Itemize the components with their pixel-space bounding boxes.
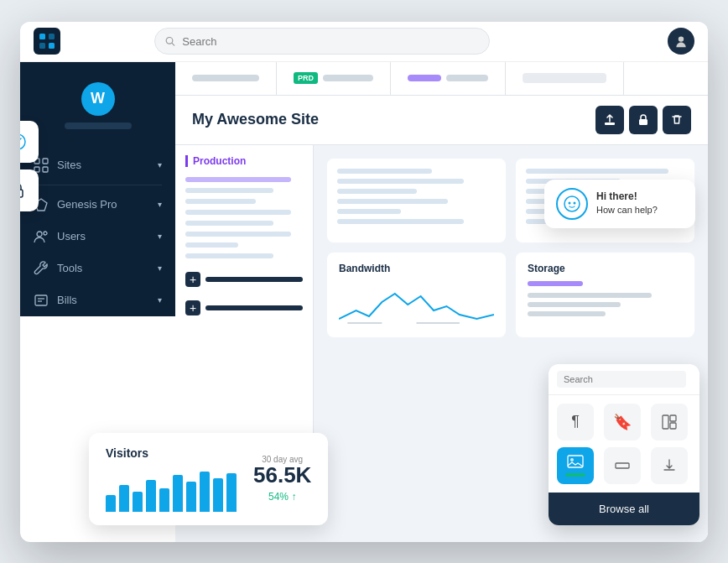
- svg-point-6: [679, 36, 684, 41]
- tab-1[interactable]: [175, 62, 277, 95]
- user-avatar[interactable]: [668, 28, 694, 55]
- quick-icon-speedometer[interactable]: [20, 121, 39, 163]
- content-block-1: [327, 159, 506, 242]
- environment-label: Production: [185, 155, 303, 167]
- bandwidth-title: Bandwidth: [339, 263, 494, 274]
- add-icon-2: +: [185, 300, 200, 315]
- site-title: My Awesome Site: [192, 111, 590, 128]
- users-icon: [34, 229, 49, 244]
- sidebar-item-sites-label: Sites: [57, 159, 81, 171]
- search-bar[interactable]: [154, 28, 490, 55]
- chatbot-bubble[interactable]: Hi there! How can help?: [544, 180, 695, 228]
- add-item-1[interactable]: +: [185, 272, 303, 287]
- content-line: [337, 179, 464, 184]
- svg-rect-34: [616, 463, 629, 468]
- search-input[interactable]: [182, 35, 479, 48]
- svg-rect-9: [20, 190, 23, 197]
- tab-prd-label: [323, 75, 373, 81]
- tab-4-label: [523, 73, 606, 83]
- delete-button[interactable]: [663, 106, 691, 134]
- svg-rect-31: [670, 423, 676, 429]
- bandwidth-widget: Bandwidth: [327, 253, 506, 337]
- chevron-down-icon: ▾: [158, 160, 162, 169]
- plugin-search-input[interactable]: [557, 371, 686, 388]
- plugin-icon-import[interactable]: [651, 447, 688, 484]
- chevron-down-icon-2: ▾: [158, 200, 162, 209]
- bills-icon: [34, 293, 49, 308]
- sidebar-item-bills[interactable]: Bills ▾: [20, 284, 175, 316]
- svg-point-15: [37, 232, 42, 237]
- browse-all-button[interactable]: Browse all: [549, 493, 699, 525]
- sidebar-item-genesis[interactable]: Genesis Pro ▾: [20, 189, 175, 221]
- add-line-1: [205, 277, 303, 282]
- svg-rect-20: [605, 123, 615, 125]
- sidebar-avatar: W: [81, 82, 115, 116]
- quick-icon-lock[interactable]: [20, 169, 39, 211]
- avg-value: 56.5K: [253, 464, 311, 486]
- plugin-icon-paragraph[interactable]: ¶: [557, 404, 594, 440]
- plugin-icon-bookmark[interactable]: 🔖: [604, 404, 641, 440]
- svg-rect-2: [39, 43, 45, 49]
- panel-line-3: [185, 199, 256, 204]
- storage-widget: Storage: [516, 253, 694, 337]
- lock-button[interactable]: [629, 106, 658, 134]
- svg-point-7: [20, 134, 25, 149]
- bar-4: [146, 480, 156, 512]
- tab-prd[interactable]: PRD: [277, 62, 391, 95]
- prd-pill: PRD: [294, 72, 318, 84]
- bar-9: [213, 478, 223, 512]
- visitors-card: Visitors 30 day avg 56.5K 54% ↑: [89, 433, 328, 525]
- visitors-right: 30 day avg 56.5K 54% ↑: [253, 455, 311, 503]
- bandwidth-chart: [339, 281, 494, 327]
- tab-4[interactable]: [506, 62, 624, 95]
- sidebar-item-sites[interactable]: Sites ▾: [20, 149, 175, 181]
- plugin-popup: ¶ 🔖: [549, 364, 699, 525]
- plugin-icon-layout[interactable]: [651, 404, 688, 440]
- svg-point-16: [44, 232, 47, 235]
- panel-line-1: [185, 177, 291, 182]
- panel-line-5: [185, 221, 273, 226]
- tab-bar: PRD: [175, 62, 708, 96]
- svg-rect-13: [43, 167, 48, 172]
- nav-separator: [34, 185, 162, 185]
- svg-rect-30: [670, 415, 676, 421]
- storage-line: [528, 293, 652, 298]
- bar-6: [173, 475, 183, 512]
- tab-3[interactable]: [391, 62, 506, 95]
- plugin-search: [549, 364, 699, 395]
- svg-rect-17: [35, 295, 47, 305]
- svg-rect-29: [663, 415, 668, 429]
- visitors-label: Visitors: [106, 446, 237, 460]
- sidebar-item-users[interactable]: Users ▾: [20, 221, 175, 253]
- chevron-down-icon-5: ▾: [158, 295, 162, 305]
- tab-1-label: [192, 75, 259, 81]
- add-line-2: [205, 305, 303, 310]
- svg-rect-11: [43, 159, 48, 164]
- bar-chart: [106, 470, 237, 512]
- content-line: [337, 169, 432, 174]
- panel-line-7: [185, 242, 238, 248]
- add-item-2[interactable]: +: [185, 300, 303, 315]
- svg-rect-3: [49, 43, 55, 49]
- upload-button[interactable]: [595, 106, 624, 134]
- sidebar-item-tools[interactable]: Tools ▾: [20, 253, 175, 284]
- bar-3: [133, 492, 143, 512]
- add-icon-1: +: [185, 272, 200, 287]
- plugin-icons-grid: ¶ 🔖: [549, 395, 699, 493]
- change-arrow: ↑: [291, 491, 296, 503]
- tools-icon: [34, 261, 49, 276]
- tab-3-label-1: [408, 75, 441, 81]
- svg-point-26: [574, 201, 576, 204]
- tab-3-label-2: [446, 75, 488, 81]
- chevron-down-icon-4: ▾: [158, 263, 162, 273]
- bar-7: [186, 482, 196, 512]
- plugin-icon-image[interactable]: [557, 447, 594, 484]
- plugin-icon-minus[interactable]: [604, 447, 641, 484]
- search-icon: [165, 36, 175, 47]
- change-value: 54%: [268, 491, 289, 503]
- content-line: [526, 169, 668, 174]
- content-line: [337, 199, 448, 204]
- chevron-down-icon-3: ▾: [158, 232, 162, 241]
- svg-rect-0: [39, 34, 45, 39]
- widget-row: Bandwidth Storage: [327, 253, 694, 337]
